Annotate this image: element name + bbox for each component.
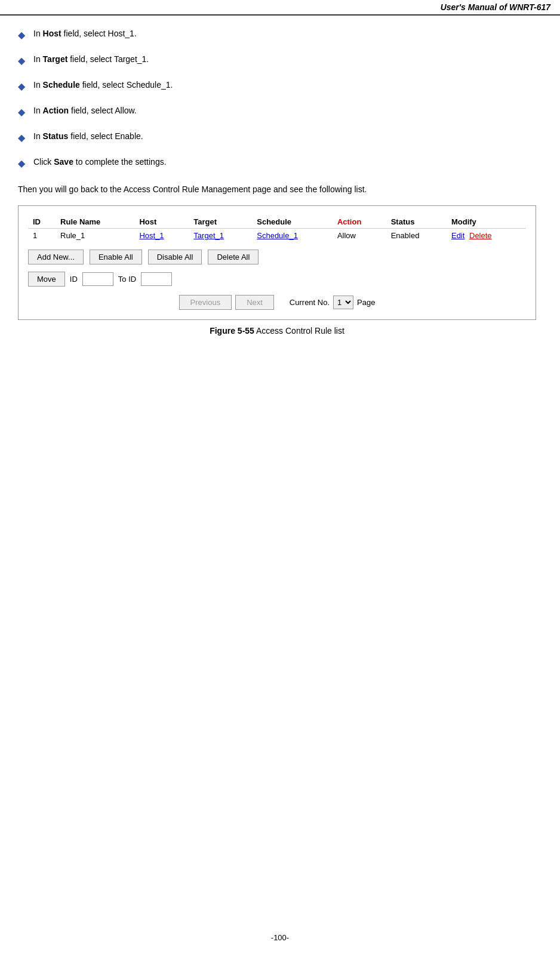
- cell-status: Enabled: [386, 229, 447, 243]
- action-buttons-row: Add New... Enable All Disable All Delete…: [28, 250, 526, 264]
- col-header-rulename: Rule Name: [56, 216, 134, 229]
- pagination-row: Previous Next Current No. 1 Page: [28, 295, 526, 310]
- manual-title: User's Manual of WNRT-617: [441, 2, 550, 12]
- bullet-text-5: In Status field, select Enable.: [33, 130, 143, 143]
- rule-table: ID Rule Name Host Target Schedule Action…: [28, 216, 526, 242]
- bullet-text-1: In Host field, select Host_1.: [33, 27, 137, 40]
- col-header-target: Target: [189, 216, 252, 229]
- col-header-modify: Modify: [447, 216, 526, 229]
- move-to-id-input[interactable]: [141, 272, 172, 286]
- intro-paragraph: Then you will go back to the Access Cont…: [18, 183, 536, 196]
- previous-button[interactable]: Previous: [179, 295, 232, 310]
- col-header-schedule: Schedule: [252, 216, 333, 229]
- figure-box: ID Rule Name Host Target Schedule Action…: [18, 205, 536, 320]
- table-row: 1 Rule_1 Host_1 Target_1 Schedule_1 Allo…: [28, 229, 526, 243]
- current-no-label: Current No.: [290, 298, 330, 307]
- list-item: ◆ In Status field, select Enable.: [18, 130, 536, 145]
- disable-all-button[interactable]: Disable All: [148, 250, 202, 264]
- move-row: Move ID To ID: [28, 272, 526, 287]
- bullet-icon: ◆: [18, 105, 25, 119]
- cell-schedule: Schedule_1: [252, 229, 333, 243]
- cell-id: 1: [28, 229, 56, 243]
- col-header-status: Status: [386, 216, 447, 229]
- list-item: ◆ In Action field, select Allow.: [18, 104, 536, 119]
- cell-host: Host_1: [134, 229, 189, 243]
- to-id-label: To ID: [118, 275, 136, 284]
- list-item: ◆ In Target field, select Target_1.: [18, 53, 536, 68]
- figure-caption-bold: Figure 5-55: [210, 326, 254, 336]
- target-link[interactable]: Target_1: [193, 231, 224, 240]
- cell-target: Target_1: [189, 229, 252, 243]
- move-id-input[interactable]: [82, 272, 113, 286]
- cell-action: Allow: [333, 229, 386, 243]
- cell-rulename: Rule_1: [56, 229, 134, 243]
- bullet-icon: ◆: [18, 79, 25, 94]
- list-item: ◆ Click Save to complete the settings.: [18, 156, 536, 171]
- col-header-host: Host: [134, 216, 189, 229]
- instruction-list: ◆ In Host field, select Host_1. ◆ In Tar…: [18, 27, 536, 171]
- page-label: Page: [357, 298, 375, 307]
- list-item: ◆ In Schedule field, select Schedule_1.: [18, 79, 536, 94]
- main-content: ◆ In Host field, select Host_1. ◆ In Tar…: [0, 16, 560, 371]
- bullet-text-4: In Action field, select Allow.: [33, 104, 137, 117]
- page-header: User's Manual of WNRT-617: [0, 0, 560, 16]
- schedule-link[interactable]: Schedule_1: [257, 231, 298, 240]
- page-number: -100-: [0, 933, 560, 942]
- host-link[interactable]: Host_1: [139, 231, 164, 240]
- bullet-text-6: Click Save to complete the settings.: [33, 156, 167, 168]
- bullet-icon: ◆: [18, 131, 25, 145]
- delete-link[interactable]: Delete: [469, 231, 492, 240]
- col-header-id: ID: [28, 216, 56, 229]
- bullet-icon: ◆: [18, 54, 25, 68]
- bullet-icon: ◆: [18, 156, 25, 171]
- col-header-action: Action: [333, 216, 386, 229]
- figure-caption: Figure 5-55 Access Control Rule list: [18, 326, 536, 336]
- add-new-button[interactable]: Add New...: [28, 250, 84, 264]
- bullet-icon: ◆: [18, 28, 25, 42]
- page-select[interactable]: 1: [333, 296, 353, 309]
- edit-link[interactable]: Edit: [451, 231, 464, 240]
- figure-caption-text: Access Control Rule list: [254, 326, 344, 336]
- delete-all-button[interactable]: Delete All: [208, 250, 259, 264]
- enable-all-button[interactable]: Enable All: [90, 250, 142, 264]
- cell-modify: Edit Delete: [447, 229, 526, 243]
- bullet-text-2: In Target field, select Target_1.: [33, 53, 149, 66]
- id-label: ID: [70, 275, 78, 284]
- list-item: ◆ In Host field, select Host_1.: [18, 27, 536, 42]
- move-button[interactable]: Move: [28, 272, 65, 287]
- next-button[interactable]: Next: [235, 295, 274, 310]
- bullet-text-3: In Schedule field, select Schedule_1.: [33, 79, 173, 91]
